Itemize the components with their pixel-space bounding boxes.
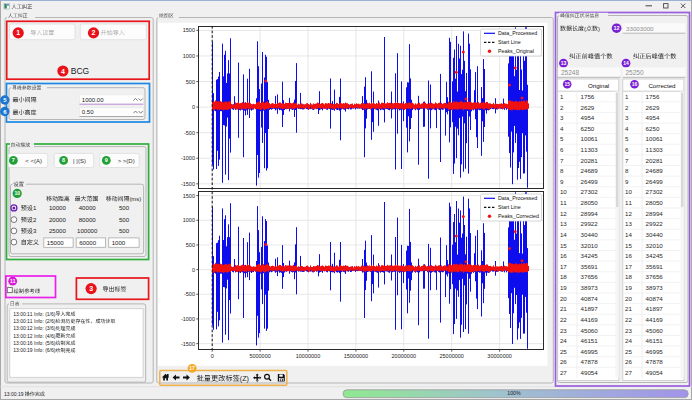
svg-text:26: 26 xyxy=(560,358,567,365)
svg-text:-500: -500 xyxy=(184,291,195,297)
svg-text:27: 27 xyxy=(625,369,632,376)
svg-text:2: 2 xyxy=(560,104,564,111)
svg-text:49054: 49054 xyxy=(646,369,664,376)
svg-text:2: 2 xyxy=(625,104,629,111)
svg-text:28050: 28050 xyxy=(581,199,599,206)
svg-text:4954: 4954 xyxy=(581,114,595,121)
svg-text:Original: Original xyxy=(588,82,609,89)
svg-text:Corrected: Corrected xyxy=(648,82,676,89)
svg-text:24: 24 xyxy=(625,337,632,344)
svg-text:10: 10 xyxy=(625,188,632,195)
svg-text:4: 4 xyxy=(625,125,629,132)
svg-text:11303: 11303 xyxy=(581,146,599,153)
svg-text:0.50: 0.50 xyxy=(82,109,94,115)
svg-text:10: 10 xyxy=(14,190,20,196)
svg-text:20281: 20281 xyxy=(581,157,599,164)
svg-text:14: 14 xyxy=(625,231,632,238)
svg-text:13:00:12 Info: (3/6): 13:00:12 Info: (3/6) xyxy=(13,325,56,331)
svg-text:17: 17 xyxy=(189,365,195,371)
svg-text:2629: 2629 xyxy=(646,104,660,111)
svg-text:20281: 20281 xyxy=(646,157,664,164)
svg-text:12: 12 xyxy=(625,210,632,217)
svg-text:45060: 45060 xyxy=(646,327,664,334)
svg-text:19: 19 xyxy=(625,284,632,291)
svg-text:12: 12 xyxy=(560,210,567,217)
svg-text:-1000: -1000 xyxy=(181,316,195,322)
svg-text:41897: 41897 xyxy=(581,305,599,312)
svg-text:Start Line: Start Line xyxy=(498,204,521,210)
svg-text:18: 18 xyxy=(625,273,632,280)
svg-text:19: 19 xyxy=(560,284,567,291)
svg-text:11: 11 xyxy=(625,199,632,206)
svg-text:27302: 27302 xyxy=(646,188,664,195)
svg-text:41897: 41897 xyxy=(646,305,664,312)
svg-text:1500: 1500 xyxy=(183,27,195,33)
svg-text:30000000: 30000000 xyxy=(487,353,511,359)
svg-text:5: 5 xyxy=(560,135,564,142)
svg-text:15: 15 xyxy=(564,81,570,87)
svg-text:16: 16 xyxy=(632,81,638,87)
svg-text:Peaks_Original: Peaks_Original xyxy=(498,48,534,54)
svg-text:23: 23 xyxy=(625,327,632,334)
svg-text:7: 7 xyxy=(12,157,15,163)
svg-text:2629: 2629 xyxy=(581,104,595,111)
svg-text:7: 7 xyxy=(625,157,629,164)
svg-text:4: 4 xyxy=(560,125,564,132)
svg-text:21: 21 xyxy=(560,305,567,312)
svg-text:29922: 29922 xyxy=(646,220,664,227)
svg-text:34245: 34245 xyxy=(581,252,599,259)
svg-text:9: 9 xyxy=(105,157,108,163)
svg-text:BCG: BCG xyxy=(71,66,89,76)
svg-text:6250: 6250 xyxy=(646,125,660,132)
svg-text:12: 12 xyxy=(614,25,620,31)
svg-text:11: 11 xyxy=(10,278,16,284)
svg-text:6250: 6250 xyxy=(581,125,595,132)
svg-text:18: 18 xyxy=(560,273,567,280)
svg-text:27302: 27302 xyxy=(581,188,599,195)
svg-text:15: 15 xyxy=(625,242,632,249)
svg-text:15: 15 xyxy=(560,242,567,249)
svg-text:3: 3 xyxy=(89,285,93,292)
svg-text:Data_Processed: Data_Processed xyxy=(498,30,537,36)
svg-text:14: 14 xyxy=(560,231,567,238)
svg-text:24689: 24689 xyxy=(581,167,599,174)
svg-text:26499: 26499 xyxy=(646,178,664,185)
svg-text:44169: 44169 xyxy=(646,316,664,323)
svg-text:33003000: 33003000 xyxy=(626,25,654,32)
svg-text:25248: 25248 xyxy=(561,69,579,76)
svg-text:22: 22 xyxy=(625,316,632,323)
svg-text:46151: 46151 xyxy=(581,337,599,344)
svg-text:11303: 11303 xyxy=(646,146,664,153)
svg-text:28994: 28994 xyxy=(646,210,664,217)
svg-text:): ) xyxy=(598,26,600,32)
svg-text:Peaks_Corrected: Peaks_Corrected xyxy=(498,213,539,219)
svg-text:-1000: -1000 xyxy=(181,155,195,161)
svg-text:40874: 40874 xyxy=(646,295,664,302)
svg-text:20: 20 xyxy=(560,295,567,302)
svg-text:35691: 35691 xyxy=(646,263,664,270)
svg-text:500: 500 xyxy=(119,204,130,211)
svg-text:2: 2 xyxy=(92,29,96,36)
svg-text:500: 500 xyxy=(119,227,130,234)
svg-text:60000: 60000 xyxy=(79,239,97,246)
svg-text:3: 3 xyxy=(560,114,564,121)
svg-text:Start Line: Start Line xyxy=(498,39,521,45)
svg-text:16: 16 xyxy=(560,252,567,259)
svg-text:0: 0 xyxy=(211,353,214,359)
svg-text:(Z): (Z) xyxy=(240,374,249,383)
svg-text:13:00:19 Info: (6/6): 13:00:19 Info: (6/6) xyxy=(13,347,56,353)
svg-text:47878: 47878 xyxy=(581,358,599,365)
svg-text:13:00:11 Info: (1/6): 13:00:11 Info: (1/6) xyxy=(13,311,56,317)
svg-text:10: 10 xyxy=(560,188,567,195)
svg-text:13:00:19: 13:00:19 xyxy=(4,391,25,397)
svg-text:4954: 4954 xyxy=(646,114,660,121)
svg-text:44169: 44169 xyxy=(581,316,599,323)
svg-text:38973: 38973 xyxy=(646,284,664,291)
svg-text:30440: 30440 xyxy=(581,231,599,238)
svg-text:25000: 25000 xyxy=(49,227,67,234)
svg-text:4: 4 xyxy=(61,68,65,75)
svg-text:25000000: 25000000 xyxy=(439,353,463,359)
svg-text:13:00:12 Info: (4/6): 13:00:12 Info: (4/6) xyxy=(13,333,56,339)
svg-text:Data_Processed: Data_Processed xyxy=(498,195,537,201)
svg-text:21: 21 xyxy=(625,305,632,312)
